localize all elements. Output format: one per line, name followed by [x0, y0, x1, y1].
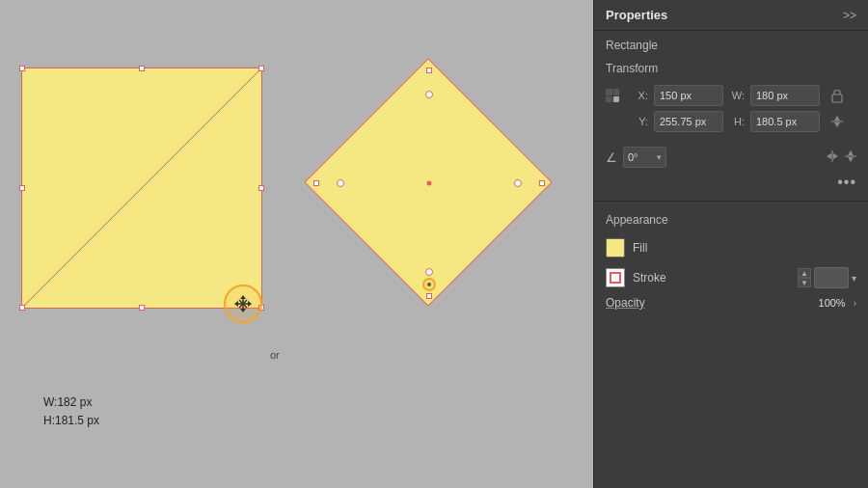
- flip-vertical-icon: [831, 115, 843, 128]
- stroke-chevron[interactable]: ▾: [852, 273, 856, 284]
- panel-header: Properties >>: [594, 0, 868, 31]
- stroke-decrement[interactable]: ▼: [798, 278, 811, 287]
- angle-value: 0°: [628, 151, 655, 163]
- svg-marker-14: [834, 122, 840, 127]
- fill-swatch[interactable]: [606, 238, 625, 258]
- w-label: W:: [729, 90, 745, 101]
- stroke-inner: [610, 272, 621, 284]
- svg-rect-11: [832, 95, 842, 102]
- appearance-section: Fill Stroke ▲ ▼ ▾: [594, 230, 868, 315]
- stroke-row: Stroke ▲ ▼ ▾: [606, 265, 856, 290]
- flip-vertical-button2[interactable]: [845, 149, 856, 166]
- appearance-section-label: Appearance: [594, 205, 868, 230]
- handle-tl[interactable]: [19, 66, 25, 71]
- canvas: or W:182 px H:181.5 px: [0, 0, 593, 488]
- svg-marker-20: [848, 157, 854, 162]
- angle-icon: ∠: [606, 150, 617, 165]
- svg-marker-17: [833, 153, 838, 159]
- handle-tr[interactable]: [258, 66, 264, 71]
- x-input[interactable]: [654, 85, 723, 106]
- opacity-label[interactable]: Opacity: [606, 296, 645, 310]
- stroke-stepper[interactable]: ▲ ▼: [798, 268, 811, 287]
- or-label: or: [270, 349, 280, 361]
- opacity-arrow[interactable]: ›: [854, 298, 856, 309]
- svg-marker-2: [240, 295, 246, 299]
- handle-rc[interactable]: [258, 185, 264, 191]
- move-icon: [233, 294, 253, 313]
- angle-chevron[interactable]: ▾: [657, 152, 662, 162]
- svg-marker-3: [240, 309, 246, 312]
- y-input[interactable]: [654, 111, 723, 132]
- handle-mid-bottom[interactable]: [426, 293, 432, 299]
- panel-scroll[interactable]: Rectangle Transform X: W:: [594, 31, 868, 485]
- h-input[interactable]: [750, 111, 820, 132]
- fill-row: Fill: [606, 236, 856, 259]
- height-label: H:181.5 px: [43, 412, 99, 430]
- transform-section-label: Transform: [594, 56, 868, 79]
- x-label: X:: [633, 90, 648, 101]
- rotate-handle-bottom[interactable]: [422, 278, 436, 291]
- handle-corner-right[interactable]: [514, 179, 522, 187]
- handle-bc[interactable]: [139, 305, 145, 311]
- flip-horizontal-icon: [826, 150, 839, 162]
- stroke-controls: ▲ ▼ ▾: [798, 267, 856, 288]
- handle-bl[interactable]: [19, 305, 25, 311]
- flip-vertical-icon2: [845, 149, 856, 163]
- flip-horizontal-button[interactable]: [826, 149, 839, 165]
- pin-icon: [425, 281, 433, 288]
- w-input[interactable]: [750, 85, 820, 106]
- opacity-value: 100%: [819, 297, 846, 309]
- flip-vertical-button[interactable]: [829, 113, 845, 130]
- svg-marker-13: [834, 116, 840, 121]
- handle-tc[interactable]: [139, 66, 145, 71]
- h-label: H:: [729, 116, 745, 127]
- lock-icon: [831, 88, 843, 103]
- handle-lc[interactable]: [19, 185, 25, 191]
- stroke-color-picker[interactable]: [814, 267, 849, 288]
- lock-proportions-button[interactable]: [829, 86, 845, 105]
- move-handle[interactable]: [224, 285, 262, 323]
- width-label: W:182 px: [43, 393, 99, 412]
- handle-mid-right[interactable]: [539, 180, 545, 186]
- handle-corner-top[interactable]: [425, 91, 433, 98]
- more-options-button[interactable]: •••: [837, 174, 856, 191]
- stroke-label[interactable]: Stroke: [633, 271, 666, 285]
- properties-panel: Properties >> Rectangle Transform X: W:: [593, 0, 868, 488]
- fill-label[interactable]: Fill: [633, 241, 647, 255]
- angle-row: ∠ 0° ▾: [594, 143, 868, 172]
- square-shape[interactable]: [21, 68, 262, 309]
- svg-point-10: [427, 283, 431, 286]
- angle-input[interactable]: 0° ▾: [623, 147, 666, 168]
- svg-marker-5: [248, 301, 252, 307]
- handle-corner-bottom[interactable]: [425, 268, 433, 276]
- object-type-label: Rectangle: [594, 31, 868, 56]
- stroke-increment[interactable]: ▲: [798, 268, 811, 278]
- opacity-row: Opacity 100% ›: [606, 296, 856, 310]
- handle-corner-left[interactable]: [337, 179, 344, 187]
- diamond-container: [304, 58, 555, 309]
- transform-row-yh: Y: H:: [606, 111, 856, 132]
- svg-marker-16: [827, 153, 831, 159]
- transform-row-xw: X: W:: [606, 85, 856, 106]
- divider: [594, 201, 868, 202]
- more-options-area: •••: [594, 172, 868, 197]
- y-label: Y:: [633, 116, 648, 127]
- handle-mid-top[interactable]: [426, 68, 432, 73]
- panel-chevrons[interactable]: >>: [843, 9, 856, 22]
- panel-title: Properties: [606, 8, 667, 22]
- svg-marker-4: [234, 301, 238, 307]
- center-dot: [427, 181, 432, 186]
- transform-section: X: W: Y: H:: [594, 79, 868, 143]
- svg-marker-19: [848, 150, 854, 155]
- reference-point-icon[interactable]: [606, 89, 619, 102]
- dimension-label: W:182 px H:181.5 px: [43, 393, 99, 430]
- stroke-swatch[interactable]: [606, 268, 625, 287]
- handle-mid-left[interactable]: [313, 180, 319, 186]
